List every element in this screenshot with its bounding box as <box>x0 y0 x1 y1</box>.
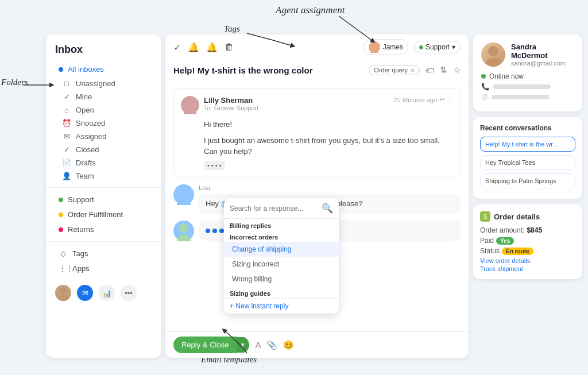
order-title: Order details <box>494 212 540 221</box>
typing-dot-1 <box>206 229 210 233</box>
apps-icon: ⋮⋮ <box>59 264 68 273</box>
message-meta-1: Lilly Sherman To: Groove Support <box>204 96 389 111</box>
order-status-badge: En route <box>502 248 533 255</box>
snoozed-icon: ⏰ <box>62 119 71 127</box>
recent-conversations-card: Recent conversations Help! My t-shirt is… <box>473 117 582 199</box>
tags-icon: ◇ <box>59 249 68 258</box>
compose-toolbar: Reply & Close ▾ A 📎 😊 <box>165 331 469 358</box>
order-fulfillment-label: Order Fulfillment <box>68 210 123 219</box>
sidebar-item-all-inboxes[interactable]: All inboxes <box>49 62 157 76</box>
sidebar-item-team[interactable]: 👤 Team <box>46 169 161 183</box>
sidebar-item-apps[interactable]: ⋮⋮ Apps <box>49 261 157 276</box>
format-text-icon[interactable]: A <box>255 340 261 350</box>
sidebar-item-open[interactable]: ⌂ Open <box>46 103 161 117</box>
reply-close-button[interactable]: Reply & Close ▾ <box>173 337 249 353</box>
tag-chip[interactable]: Order query ✕ <box>369 65 420 75</box>
conversation-subject: Help! My t-shirt is the wrong color <box>173 65 363 75</box>
check-icon[interactable]: ✓ <box>173 42 181 53</box>
drafts-icon: 📄 <box>62 158 71 167</box>
star-icon[interactable]: ☆ <box>453 65 461 75</box>
reply-dropdown-btn[interactable]: ▾ <box>237 337 249 353</box>
agent-selector[interactable]: James <box>363 39 408 55</box>
sidebar-item-tags[interactable]: ◇ Tags <box>49 246 157 261</box>
dropdown-item-change-shipping[interactable]: Change of shipping <box>224 242 339 257</box>
sidebar-item-order-fulfillment[interactable]: Order Fulfillment <box>49 207 157 222</box>
search-icon: 🔍 <box>322 203 333 214</box>
svg-point-0 <box>60 287 67 294</box>
attachment-icon[interactable]: 📎 <box>266 340 277 350</box>
annotation-tags: Tags <box>224 24 240 34</box>
alert-icon[interactable]: 🔔 <box>188 42 199 53</box>
dropdown-search-row: 🔍 <box>224 198 339 219</box>
sidebar-item-returns[interactable]: Returns <box>49 222 157 237</box>
order-amount-value: $845 <box>527 226 542 234</box>
subject-bar: Help! My t-shirt is the wrong color Orde… <box>165 60 469 80</box>
annotation-agent-assignment: Agent assignment <box>276 5 345 16</box>
track-shipment-link[interactable]: Track shipment <box>480 265 575 272</box>
dropdown-item-sizing-incorrect[interactable]: Sizing incorrect <box>224 257 339 272</box>
new-instant-reply-link[interactable]: + New instant reply <box>224 298 339 314</box>
inbox-name: Support <box>425 43 450 51</box>
reply-sender-name: Lisa <box>199 184 461 191</box>
inbox-selector[interactable]: Support ▾ <box>414 41 461 53</box>
shopify-icon: S <box>480 211 490 222</box>
recent-conv-item-3[interactable]: Shipping to Palm Springs <box>480 173 575 188</box>
dropdown-section-sizing: Sizing guides <box>224 287 339 298</box>
user-avatar[interactable] <box>55 285 71 301</box>
inbox-icon-btn[interactable]: ✉ <box>77 285 93 301</box>
message-body-1: Hi there! I just bought an awesome t-shi… <box>181 119 453 157</box>
message-expand-1: • • • • <box>181 160 453 170</box>
mine-icon: ✓ <box>62 92 71 101</box>
sidebar-divider-1 <box>46 187 161 188</box>
bell-icon[interactable]: 🔔 <box>206 42 218 53</box>
order-amount-label: Order amount: <box>480 226 524 234</box>
response-search-input[interactable] <box>230 204 318 212</box>
view-order-link[interactable]: View order details <box>480 257 575 264</box>
sidebar-item-closed[interactable]: ✓ Closed <box>46 143 161 156</box>
online-status-text: Online now <box>489 72 524 80</box>
reply-main-btn[interactable]: Reply & Close <box>173 337 237 353</box>
svg-point-4 <box>186 99 194 107</box>
phone-row: 📞 <box>481 83 574 91</box>
snoozed-label: Snoozed <box>76 119 105 127</box>
sidebar-item-assigned[interactable]: ✉ Assigned <box>46 130 161 143</box>
sidebar-item-drafts[interactable]: 📄 Drafts <box>46 156 161 169</box>
mine-label: Mine <box>76 92 92 101</box>
sidebar-item-snoozed[interactable]: ⏰ Snoozed <box>46 117 161 130</box>
tags-label: Tags <box>72 249 88 258</box>
more-icon-btn[interactable]: ••• <box>121 285 137 301</box>
order-amount-row: Order amount: $845 <box>480 226 575 234</box>
agent-avatar-lg <box>173 184 194 205</box>
returns-label: Returns <box>68 225 94 234</box>
sidebar-item-support[interactable]: Support <box>49 192 157 207</box>
sidebar-item-unassigned[interactable]: □ Unassigned <box>46 77 161 90</box>
assigned-icon: ✉ <box>62 132 71 141</box>
reply-text-prefix: Hey <box>206 199 221 208</box>
online-status-dot <box>481 74 486 79</box>
label-icon[interactable]: 🏷 <box>425 65 434 75</box>
tag-remove-icon[interactable]: ✕ <box>410 67 415 74</box>
all-inboxes-dot <box>59 67 63 72</box>
recent-conv-item-2[interactable]: Hey Tropical Tees <box>480 155 575 170</box>
order-paid-row: Paid Yes <box>480 237 575 245</box>
sender-to-1: To: Groove Support <box>204 105 389 111</box>
svg-point-8 <box>179 223 188 233</box>
contact-email: sandra@gmail.com <box>511 60 574 67</box>
trash-icon[interactable]: 🗑 <box>225 42 234 52</box>
email-row: @ <box>481 93 574 101</box>
dropdown-item-wrong-billing[interactable]: Wrong billing <box>224 272 339 287</box>
recent-conversations-title: Recent conversations <box>480 124 575 132</box>
order-status-label: Status <box>480 247 500 255</box>
more-icon[interactable]: ⋮ <box>447 96 453 103</box>
emoji-icon[interactable]: 😊 <box>283 340 294 350</box>
stats-icon-btn[interactable]: 📊 <box>99 285 115 301</box>
svg-point-11 <box>485 58 501 67</box>
expand-button[interactable]: • • • • <box>204 161 225 170</box>
conversation-toolbar: ✓ 🔔 🔔 🗑 James Support ▾ <box>165 34 469 60</box>
sidebar-item-mine[interactable]: ✓ Mine <box>46 90 161 103</box>
typing-avatar <box>173 221 194 241</box>
recent-conv-item-1[interactable]: Help! My t-shirt is the wr... <box>480 137 575 152</box>
order-paid-badge: Yes <box>496 237 514 245</box>
expand-icon[interactable]: ⇅ <box>440 65 447 75</box>
email-icon: @ <box>481 93 488 101</box>
